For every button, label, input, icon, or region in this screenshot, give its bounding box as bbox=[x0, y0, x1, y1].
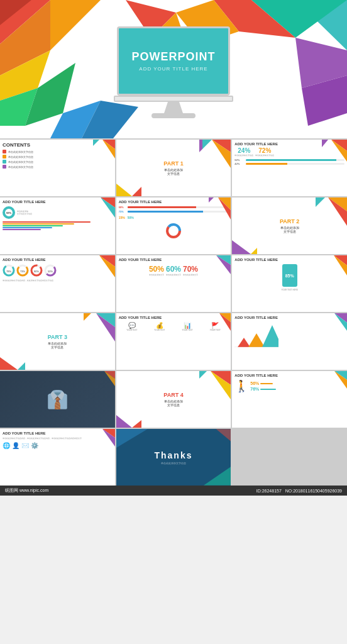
corner-tri-svg-12 bbox=[328, 313, 347, 332]
corner-tri-svg-7 bbox=[93, 255, 115, 277]
part4-label: PART 4 bbox=[163, 392, 183, 398]
svg-marker-62 bbox=[84, 313, 91, 321]
phone-85: 85% bbox=[282, 264, 297, 287]
icon-person2: 👤 bbox=[12, 442, 19, 449]
corner-tri-svg-9 bbox=[325, 255, 347, 277]
ci-dot-2 bbox=[3, 155, 6, 158]
corner-tri-svg-2 bbox=[199, 140, 231, 171]
svg-text:50%: 50% bbox=[48, 270, 53, 273]
svg-marker-19 bbox=[93, 140, 99, 146]
icon-globe: 🌐 bbox=[3, 442, 10, 449]
slide-thanks: Thanks 单击此处添加文字信息 bbox=[116, 429, 231, 486]
svg-marker-33 bbox=[209, 197, 214, 203]
slide-part3: PART 3 单击此处添加文字信息 bbox=[0, 313, 115, 370]
slide-person-pct: ADD YOUR TITLE HERE 🚶 56% 76% bbox=[232, 371, 347, 428]
monitor-screen: POWERPOINT ADD YOUR TITLE HERE bbox=[117, 26, 230, 96]
corner-tri-svg-14 bbox=[199, 371, 231, 402]
monitor-base bbox=[151, 113, 196, 118]
svg-text:90%: 90% bbox=[34, 270, 39, 273]
part1-label: PART 1 bbox=[163, 160, 183, 167]
slide-part1: PART 1 单击此处添加文字信息 bbox=[116, 140, 231, 196]
slide-contents: CONTENTS 单击此处添加文字信息 单击此处添加文字信息 单击此处添加文字信… bbox=[0, 140, 115, 196]
svg-marker-79 bbox=[132, 420, 141, 428]
contents-item-4: 单击此处添加文字信息 bbox=[3, 165, 113, 169]
svg-marker-69 bbox=[238, 338, 250, 347]
svg-marker-2 bbox=[50, 0, 101, 50]
corner-tri-photo bbox=[99, 371, 115, 387]
bottom-tri-svg-6 bbox=[232, 235, 257, 254]
slide-85pct: ADD YOUR TITLE HERE 85% YOUR TEXT HERE bbox=[232, 255, 347, 312]
ci-dot-1 bbox=[3, 150, 6, 153]
stat-24: 24% 单击此处添加文字信息 bbox=[234, 147, 253, 157]
slide-3pct: ADD YOUR TITLE HERE 50% 单击此处添加文字 60% 单击此… bbox=[116, 255, 231, 312]
monitor: POWERPOINT ADD YOUR TITLE HERE bbox=[111, 26, 236, 118]
svg-marker-84 bbox=[116, 429, 148, 448]
svg-marker-28 bbox=[322, 140, 328, 147]
svg-marker-70 bbox=[248, 333, 265, 347]
corner-tri-svg-6 bbox=[316, 197, 347, 229]
part3-label: PART 3 bbox=[48, 334, 67, 340]
part4-text: 单击此处添加文字信息 bbox=[164, 399, 183, 407]
circle-73: 73% bbox=[16, 264, 29, 277]
circle-78: 78% bbox=[3, 264, 15, 277]
svg-text:78%: 78% bbox=[6, 270, 11, 273]
icon-chart: 📊 YOUR TEXT bbox=[182, 322, 192, 331]
part3-text: 单击此处添加文字信息 bbox=[48, 341, 67, 349]
triangle-chart-svg bbox=[234, 322, 278, 347]
person-icon: 👔 bbox=[47, 389, 69, 410]
icon-mail: ✉️ bbox=[21, 442, 29, 449]
bottom-tri-svg-2 bbox=[116, 177, 141, 196]
corner-tri-svg-15 bbox=[328, 371, 347, 390]
photo-bg: 👔 bbox=[0, 371, 115, 428]
big-70: 70% 单击此处添加文字 bbox=[183, 265, 198, 276]
corner-tri-svg-11 bbox=[212, 313, 231, 332]
corner-tri-svg-10 bbox=[84, 313, 115, 345]
pct-donut: 92% bbox=[3, 206, 15, 219]
slide-part4: PART 4 单击此处添加文字信息 bbox=[116, 371, 231, 428]
svg-marker-23 bbox=[199, 140, 202, 152]
svg-point-36 bbox=[170, 228, 177, 234]
svg-marker-22 bbox=[202, 140, 212, 149]
hero-title: POWERPOINT bbox=[131, 50, 215, 64]
part2-text: 单击此处添加文字信息 bbox=[280, 226, 299, 233]
stat-72: 72% 单击此处添加文字信息 bbox=[255, 147, 274, 157]
corner-tri-svg-1 bbox=[93, 140, 115, 162]
svg-marker-78 bbox=[116, 415, 132, 428]
svg-marker-25 bbox=[132, 187, 141, 196]
bottom-left: 昵图网 www.nipic.com bbox=[5, 487, 48, 494]
corner-tri-svg-16 bbox=[96, 429, 115, 448]
slide-bar-chart: ADD YOUR TITLE HERE bbox=[232, 313, 347, 370]
icon-money: 💰 YOUR TEXT bbox=[154, 322, 165, 331]
svg-marker-40 bbox=[232, 240, 251, 254]
circle-90: 90% bbox=[30, 264, 43, 277]
big-60: 60% 单击此处添加文字 bbox=[166, 265, 181, 276]
svg-marker-39 bbox=[316, 197, 325, 207]
icon-settings: ⚙️ bbox=[31, 442, 38, 449]
part2-label: PART 2 bbox=[280, 218, 299, 225]
corner-tri-svg-8 bbox=[209, 255, 231, 277]
slide-photo: 👔 bbox=[0, 371, 115, 428]
svg-marker-85 bbox=[204, 467, 231, 486]
svg-marker-86 bbox=[216, 429, 231, 441]
icon-chat: 💬 YOUR TEXT bbox=[126, 322, 137, 331]
ci-dot-4 bbox=[3, 165, 6, 169]
svg-marker-63 bbox=[0, 357, 18, 370]
donut-chart-svg bbox=[165, 222, 182, 240]
watermark-id: ID:26248157 NO:20180116150405926039 bbox=[256, 489, 342, 493]
svg-marker-71 bbox=[262, 325, 278, 347]
slide-info-text: ADD YOUR TITLE HERE 单击此处添加文字信息内容，单击此处添加文… bbox=[0, 429, 115, 486]
svg-marker-24 bbox=[116, 184, 132, 196]
svg-text:73%: 73% bbox=[20, 270, 25, 273]
slide-gauge: ADD YOUR TITLE HERE 68% 75% 15% 50% bbox=[116, 197, 231, 254]
slide-icon-row: ADD YOUR TITLE HERE 💬 YOUR TEXT 💰 YOUR T… bbox=[116, 313, 231, 370]
corner-tri-svg-5 bbox=[209, 197, 231, 219]
bottom-tri-svg-14 bbox=[116, 409, 141, 428]
monitor-stand bbox=[164, 102, 183, 113]
bottom-tri-svg-10 bbox=[0, 351, 25, 370]
svg-marker-77 bbox=[199, 371, 207, 379]
slide-pct-circle: ADD YOUR TITLE HERE 92% 单击此处添加文字信息文字信息 bbox=[0, 197, 115, 254]
thanks-text: Thanks bbox=[154, 450, 192, 460]
hero-section: POWERPOINT ADD YOUR TITLE HERE bbox=[0, 0, 347, 138]
svg-marker-64 bbox=[18, 362, 25, 370]
monitor-body bbox=[114, 96, 233, 102]
